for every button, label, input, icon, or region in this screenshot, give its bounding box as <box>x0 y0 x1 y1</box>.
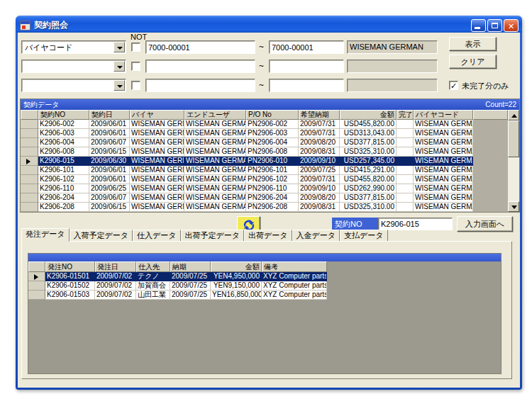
tab-5[interactable]: 出荷データ <box>244 230 292 242</box>
range-from-input-3[interactable] <box>145 79 255 92</box>
table-row[interactable]: K2906-0022009/06/01WISEMAN GERMANWISEMAN… <box>21 120 508 129</box>
cell: WISEMAN GERMAN <box>130 166 184 175</box>
column-header[interactable]: エンドユーザ <box>184 110 246 120</box>
scroll-down-icon[interactable] <box>508 201 519 212</box>
cell: K2906-01503 <box>45 291 95 300</box>
close-icon: ✕ <box>504 21 518 32</box>
column-header[interactable]: バイヤ <box>130 110 184 120</box>
cell: テクノ <box>136 272 170 281</box>
range-from-input-2[interactable] <box>145 60 255 73</box>
table-row[interactable]: K2906-015022009/07/02加賀商会2009/07/25YEN9,… <box>28 281 327 291</box>
tab-3[interactable]: 仕入データ <box>133 230 181 242</box>
table-row[interactable]: K2906-1012009/06/01WISEMAN GERMANWISEMAN… <box>21 166 508 175</box>
row-marker <box>21 184 38 193</box>
cell: 加賀商会 <box>136 281 170 291</box>
cell: 2009/06/01 <box>89 175 130 184</box>
column-header[interactable]: 発注NO <box>45 261 95 272</box>
cell: USD262,990.00 <box>340 184 397 193</box>
contract-grid-scrollbar[interactable] <box>508 110 519 212</box>
contract-grid-panel: 契約データ Count=22 契約NO契約日バイヤエンドユーザP/O No希望納… <box>20 98 520 213</box>
order-grid-header: 発注NO発注日仕入先納期金額備考 <box>28 261 327 272</box>
filter-field-combo-2[interactable] <box>21 60 126 73</box>
tab-2[interactable]: 入荷予定データ <box>70 230 133 242</box>
scrollbar-thumb[interactable] <box>508 120 519 157</box>
chevron-down-icon[interactable] <box>113 42 125 52</box>
tab-7[interactable]: 支払データ <box>340 230 388 242</box>
cell <box>397 147 414 157</box>
table-row[interactable]: K2906-015012009/07/02テクノ2009/07/25YEN4,9… <box>28 272 327 281</box>
show-button[interactable]: 表示 <box>449 37 497 51</box>
current-row-icon <box>34 274 38 280</box>
chevron-down-icon[interactable] <box>113 61 125 72</box>
scroll-up-icon[interactable] <box>508 110 519 120</box>
table-row[interactable]: K2906-1102009/06/25WISEMAN GERMANWISEMAN… <box>21 184 508 193</box>
not-checkbox-3[interactable] <box>131 81 140 90</box>
clear-button[interactable]: クリア <box>449 55 497 69</box>
table-row[interactable]: K2906-015032009/07/02山田工業2009/07/25YEN16… <box>28 291 327 300</box>
chevron-down-icon[interactable] <box>113 80 125 91</box>
tab-1[interactable]: 発注データ <box>21 228 70 242</box>
column-header[interactable]: バイヤコード <box>414 110 473 120</box>
column-header[interactable]: 金額 <box>340 110 397 120</box>
column-header[interactable]: 金額 <box>211 261 262 272</box>
cell: K2906-01501 <box>45 272 95 281</box>
cell: YEN4,950,000 <box>211 272 262 281</box>
cell: USD257,345.00 <box>340 157 397 166</box>
cell: WISEMAN GERMAN <box>184 147 246 157</box>
cell: WISEMAN GERMAN <box>414 193 473 203</box>
column-header[interactable]: 納期 <box>170 261 211 272</box>
table-row[interactable]: K2906-2082009/06/15WISEMAN GERMANWISEMAN… <box>21 203 508 212</box>
incomplete-only-checkbox[interactable] <box>449 81 458 90</box>
cell: WISEMAN GERMAN <box>414 129 473 138</box>
cell <box>397 193 414 203</box>
close-button[interactable]: ✕ <box>504 19 519 32</box>
cell: WISEMAN GERMAN <box>130 157 184 166</box>
table-row[interactable]: K2906-0082009/06/15WISEMAN GERMANWISEMAN… <box>21 147 508 157</box>
titlebar[interactable]: 契約照会 ✕ <box>16 16 522 33</box>
cell: WISEMAN GERMAN <box>414 147 473 157</box>
tab-6[interactable]: 入金データ <box>292 230 340 242</box>
contract-no-input[interactable] <box>378 218 453 230</box>
column-header[interactable]: 契約日 <box>89 110 130 120</box>
column-header[interactable]: 発注日 <box>95 261 136 272</box>
minimize-button[interactable] <box>471 19 486 32</box>
goto-input-screen-button[interactable]: 入力画面へ <box>457 216 513 232</box>
range-to-input-1[interactable] <box>269 40 344 54</box>
cell: 2009/06/07 <box>89 193 130 203</box>
column-header[interactable]: 契約NO <box>38 110 89 120</box>
maximize-button[interactable] <box>487 19 502 32</box>
cell: K2906-01502 <box>45 281 95 291</box>
cell: USD325,310.00 <box>340 203 397 212</box>
cell: 2009/06/30 <box>89 157 130 166</box>
cell: 2009/06/01 <box>89 166 130 175</box>
table-row[interactable]: K2906-1022009/06/01WISEMAN GERMANWISEMAN… <box>21 175 508 184</box>
column-header[interactable]: 備考 <box>262 261 327 272</box>
filter-field-combo-1[interactable]: バイヤコード <box>21 40 126 54</box>
column-header[interactable]: 完了 <box>397 110 414 120</box>
not-checkbox-2[interactable] <box>131 62 140 71</box>
column-header[interactable]: 希望納期 <box>299 110 340 120</box>
table-row[interactable]: K2906-0032009/06/01WISEMAN GERMANWISEMAN… <box>21 129 508 138</box>
range-to-input-2[interactable] <box>269 60 344 73</box>
tab-4[interactable]: 出荷予定データ <box>181 230 245 242</box>
order-grid-caption <box>28 254 501 261</box>
cell: K2906-004 <box>38 138 89 147</box>
column-header[interactable]: 仕入先 <box>136 261 170 272</box>
not-checkbox-1[interactable] <box>131 43 140 52</box>
maximize-icon <box>492 23 498 28</box>
cell: USD415,291.00 <box>340 166 397 175</box>
table-row[interactable]: K2906-0042009/06/07WISEMAN GERMANWISEMAN… <box>21 138 508 147</box>
table-row[interactable]: K2906-2042009/06/07WISEMAN GERMANWISEMAN… <box>21 193 508 203</box>
filter-field-combo-3[interactable] <box>21 79 126 92</box>
cell: WISEMAN GERMAN <box>414 120 473 129</box>
cell: WISEMAN GERMAN <box>184 166 246 175</box>
row-marker <box>21 157 38 166</box>
table-row[interactable]: K2906-0152009/06/30WISEMAN GERMANWISEMAN… <box>21 157 508 166</box>
range-to-input-3[interactable] <box>269 79 344 92</box>
display-name-field-1: WISEMAN GERMAN <box>347 40 438 54</box>
order-grid-body: K2906-015012009/07/02テクノ2009/07/25YEN4,9… <box>28 272 327 300</box>
cell <box>397 157 414 166</box>
range-from-input-1[interactable] <box>145 40 255 54</box>
cell: WISEMAN GERMAN <box>414 175 473 184</box>
column-header[interactable]: P/O No <box>246 110 299 120</box>
